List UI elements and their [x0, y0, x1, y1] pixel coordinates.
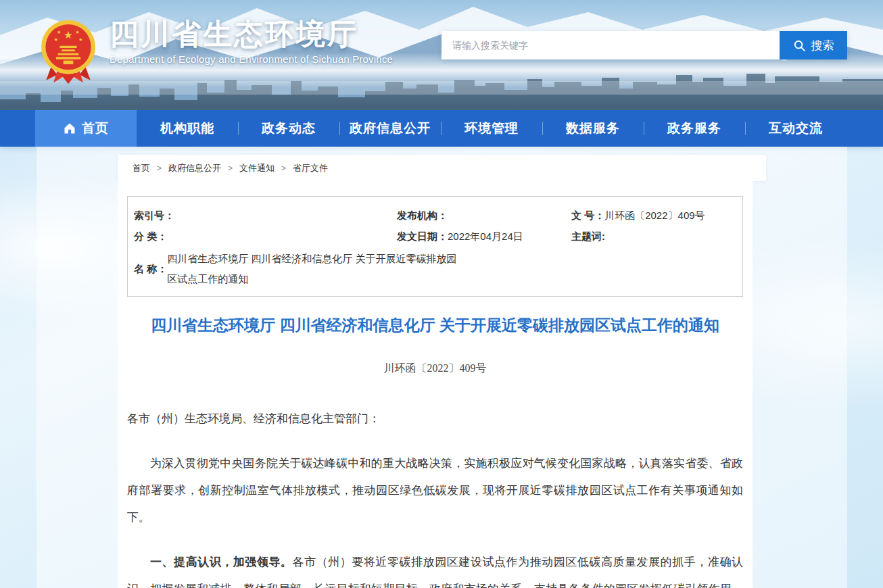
meta-doc-number-value: 川环函〔2022〕409号	[604, 205, 705, 226]
breadcrumb-link-gov-info[interactable]: 政府信息公开	[168, 162, 221, 174]
svg-text:★: ★	[57, 29, 62, 35]
meta-issue-date-value: 2022年04月24日	[448, 226, 523, 247]
meta-agency-label: 发布机构：	[397, 205, 448, 226]
nav-item-label: 机构职能	[160, 120, 214, 137]
document-meta-box: 索引号： 发布机构： 文 号： 川环函〔2022〕409号 分 类：	[127, 196, 743, 297]
site-header: ★ ★ ★ ★ ★ 四川省生态环境厅 Department of Ecology…	[0, 0, 883, 110]
breadcrumb-link-file-notices[interactable]: 文件通知	[239, 162, 275, 174]
nav-item-env-management[interactable]: 环境管理	[441, 110, 542, 147]
document-number: 川环函〔2022〕409号	[127, 362, 743, 376]
content-panel: 首页 > 政府信息公开 > 文件通知 > 省厅文件 索引号： 发布机构：	[37, 147, 847, 588]
meta-keywords-label: 主题词:	[571, 226, 605, 247]
search-bar: 搜索	[442, 31, 847, 59]
svg-text:★: ★	[75, 29, 80, 35]
national-emblem-logo: ★ ★ ★ ★ ★	[37, 18, 99, 85]
paragraph-1: 为深入贯彻党中央国务院关于碳达峰碳中和的重大战略决策，实施积极应对气候变化国家战…	[127, 450, 743, 531]
paragraph-2: 一、提高认识，加强领导。各市（州）要将近零碳排放园区建设试点作为推动园区低碳高质…	[127, 549, 743, 588]
meta-agency: 发布机构：	[397, 205, 571, 226]
search-input[interactable]	[442, 31, 780, 59]
nav-item-label: 环境管理	[464, 120, 519, 137]
meta-issue-date-label: 发文日期：	[397, 226, 448, 247]
nav-item-label: 政务动态	[262, 120, 316, 137]
meta-keywords: 主题词:	[571, 226, 742, 247]
meta-name-label: 名 称：	[134, 259, 167, 279]
nav-item-label: 数据服务	[566, 120, 620, 137]
nav-item-label: 政务服务	[667, 120, 721, 137]
page: ★ ★ ★ ★ ★ 四川省生态环境厅 Department of Ecology…	[0, 0, 883, 588]
nav-item-gov-news[interactable]: 政务动态	[238, 110, 339, 147]
meta-name: 名 称： 四川省生态环境厅 四川省经济和信息化厅 关于开展近零碳排放园区试点工作…	[128, 249, 742, 289]
nav-item-gov-info-disclosure[interactable]: 政府信息公开	[339, 110, 441, 147]
breadcrumb-separator: >	[281, 164, 286, 173]
breadcrumb: 首页 > 政府信息公开 > 文件通知 > 省厅文件	[118, 155, 766, 181]
meta-category-label: 分 类：	[134, 226, 167, 247]
main-nav: 首页 机构职能 政务动态 政府信息公开 环境管理 数据服务 政务服务 互动交流	[0, 110, 883, 147]
search-icon	[793, 39, 806, 52]
site-title: 四川省生态环境厅	[110, 18, 393, 51]
svg-text:★: ★	[64, 29, 73, 41]
document-title: 四川省生态环境厅 四川省经济和信息化厅 关于开展近零碳排放园区试点工作的通知	[127, 314, 743, 337]
meta-issue-date: 发文日期： 2022年04月24日	[397, 226, 571, 247]
meta-category: 分 类：	[128, 226, 397, 247]
nav-item-gov-services[interactable]: 政务服务	[644, 110, 745, 147]
meta-doc-number: 文 号： 川环函〔2022〕409号	[571, 205, 742, 226]
salutation: 各市（州）生态环境局、经济和信息化主管部门：	[127, 406, 743, 433]
meta-index-label: 索引号：	[134, 205, 174, 226]
breadcrumb-link-dept-files[interactable]: 省厅文件	[293, 162, 328, 174]
site-subtitle: Department of Ecology and Environment of…	[110, 53, 393, 65]
svg-text:★: ★	[54, 36, 59, 43]
nav-item-home[interactable]: 首页	[35, 110, 137, 147]
meta-grid: 索引号： 发布机构： 文 号： 川环函〔2022〕409号 分 类：	[128, 205, 742, 247]
nav-item-label: 首页	[82, 120, 109, 137]
svg-text:★: ★	[78, 36, 83, 43]
brand: ★ ★ ★ ★ ★ 四川省生态环境厅 Department of Ecology…	[37, 18, 393, 85]
nav-item-data-services[interactable]: 数据服务	[542, 110, 644, 147]
search-button-label: 搜索	[811, 38, 834, 53]
section-1-heading: 一、提高认识，加强领导。	[150, 556, 293, 568]
meta-index: 索引号：	[128, 205, 397, 226]
search-button[interactable]: 搜索	[780, 31, 847, 59]
home-icon	[63, 122, 76, 135]
breadcrumb-separator: >	[157, 164, 162, 173]
breadcrumb-link-home[interactable]: 首页	[133, 162, 150, 174]
breadcrumb-separator: >	[228, 164, 233, 173]
brand-text: 四川省生态环境厅 Department of Ecology and Envir…	[110, 18, 393, 65]
nav-item-label: 互动交流	[769, 120, 823, 137]
document-body: 各市（州）生态环境局、经济和信息化主管部门： 为深入贯彻党中央国务院关于碳达峰碳…	[127, 406, 743, 588]
meta-doc-number-label: 文 号：	[571, 205, 604, 226]
nav-item-interaction[interactable]: 互动交流	[745, 110, 846, 147]
nav-item-org-functions[interactable]: 机构职能	[137, 110, 238, 147]
document-card: 索引号： 发布机构： 文 号： 川环函〔2022〕409号 分 类：	[118, 181, 753, 588]
nav-item-label: 政府信息公开	[350, 120, 431, 137]
meta-name-value: 四川省生态环境厅 四川省经济和信息化厅 关于开展近零碳排放园区试点工作的通知	[167, 249, 459, 289]
